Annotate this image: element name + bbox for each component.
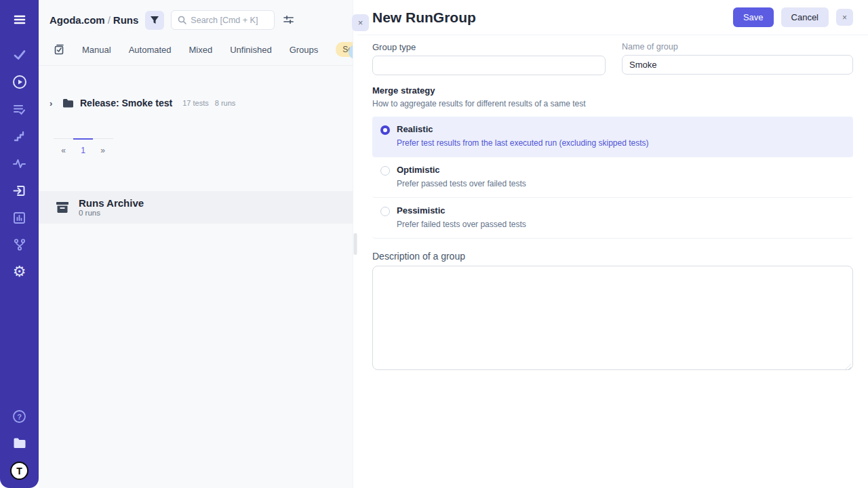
run-group-row[interactable]: › Release: Smoke test 17 tests 8 runs (50, 98, 342, 108)
group-name-input[interactable] (622, 55, 853, 75)
archive-title: Runs Archive (79, 197, 144, 209)
filter-button[interactable] (145, 11, 164, 30)
group-name-label: Name of group (622, 42, 853, 52)
breadcrumb-section[interactable]: Runs (113, 14, 139, 26)
reports-bar-chart-icon[interactable] (9, 207, 30, 228)
funnel-icon (150, 16, 159, 25)
close-icon[interactable]: × (836, 9, 853, 26)
tab-unfinished[interactable]: Unfinished (230, 45, 271, 55)
cancel-button[interactable]: Cancel (781, 7, 829, 27)
main-sidebar: ⚙ ? T (0, 0, 39, 488)
pagination-page-1[interactable]: 1 (73, 138, 93, 158)
group-type-label: Group type (372, 42, 606, 52)
rungroup-header: New RunGroup Save Cancel × (357, 0, 868, 35)
search-input[interactable] (191, 16, 265, 25)
tab-mixed[interactable]: Mixed (189, 45, 213, 55)
strategy-description: Prefer test results from the last execut… (397, 138, 649, 148)
milestones-steps-icon[interactable] (9, 126, 30, 146)
merge-strategy-hint: How to aggregate results for different r… (372, 99, 853, 108)
radio-realistic[interactable] (380, 125, 390, 135)
gear-icon[interactable]: ⚙ (9, 262, 30, 282)
tab-manual[interactable]: Manual (82, 45, 111, 55)
strategy-option-pessimistic[interactable]: Pessimistic Prefer failed tests over pas… (372, 198, 853, 239)
strategy-option-realistic[interactable]: Realistic Prefer test results from the l… (372, 117, 853, 157)
left-panel-header: Agoda.com/Runs (39, 0, 353, 35)
resize-handle[interactable] (354, 233, 357, 255)
strategy-description: Prefer passed tests over failed tests (397, 179, 526, 188)
plans-list-check-icon[interactable] (9, 99, 30, 119)
radio-pessimistic[interactable] (380, 207, 390, 216)
strategy-title: Optimistic (397, 165, 526, 175)
group-type-input[interactable] (372, 56, 606, 75)
pagination-prev[interactable]: « (54, 138, 73, 158)
runs-list-panel: Agoda.com/Runs Manual Automated (39, 0, 353, 488)
breadcrumb-project[interactable]: Agoda.com (50, 14, 105, 26)
svg-text:?: ? (17, 412, 22, 420)
strategy-option-optimistic[interactable]: Optimistic Prefer passed tests over fail… (372, 157, 853, 198)
select-all-icon[interactable] (54, 44, 64, 55)
tests-check-icon[interactable] (9, 45, 30, 65)
save-button[interactable]: Save (733, 7, 774, 27)
import-icon[interactable] (9, 180, 30, 201)
panel-close-button[interactable]: × (352, 14, 369, 31)
rungroup-form: Group type Name of group Merge strategy … (357, 35, 868, 380)
strategy-title: Realistic (397, 124, 649, 134)
search-box[interactable] (171, 10, 275, 30)
tab-automated[interactable]: Automated (129, 45, 172, 55)
avatar[interactable]: T (10, 462, 28, 480)
radio-optimistic[interactable] (380, 166, 390, 176)
description-textarea[interactable] (372, 266, 853, 370)
adjustments-icon[interactable] (281, 13, 296, 27)
archive-box-icon (55, 201, 70, 214)
run-group-name[interactable]: Release: Smoke test (80, 98, 172, 108)
merge-strategy-options: Realistic Prefer test results from the l… (372, 117, 853, 239)
help-icon[interactable]: ? (9, 406, 30, 426)
pagination-next[interactable]: » (93, 138, 113, 158)
menu-icon[interactable] (9, 9, 30, 30)
search-icon (178, 16, 186, 24)
tests-count: 17 tests (182, 99, 209, 107)
panel-divider[interactable]: × (353, 0, 357, 488)
strategy-description: Prefer failed tests over passed tests (397, 220, 526, 229)
runs-filter-tabs: Manual Automated Mixed Unfinished Groups… (39, 35, 353, 66)
app-window: ⚙ ? T Agoda.com/Runs (0, 0, 868, 488)
merge-strategy-label: Merge strategy (372, 85, 853, 96)
new-rungroup-panel: New RunGroup Save Cancel × Group type Na… (357, 0, 868, 488)
runs-archive-row[interactable]: Runs Archive 0 runs (39, 191, 353, 224)
page-title: New RunGroup (372, 9, 733, 26)
tab-groups[interactable]: Groups (290, 45, 319, 55)
runs-count: 8 runs (215, 99, 236, 107)
folder-icon (62, 98, 74, 108)
archive-count: 0 runs (79, 209, 144, 217)
breadcrumb-separator: / (105, 14, 113, 26)
breadcrumb[interactable]: Agoda.com/Runs (50, 14, 138, 26)
chevron-right-icon[interactable]: › (50, 98, 56, 108)
projects-folder-icon[interactable] (9, 433, 30, 453)
description-label: Description of a group (372, 251, 853, 262)
activity-pulse-icon[interactable] (9, 153, 30, 174)
branch-icon[interactable] (9, 235, 30, 255)
strategy-title: Pessimistic (397, 205, 526, 216)
pagination: « 1 » (54, 138, 113, 158)
runs-play-circle-icon[interactable] (9, 72, 30, 92)
